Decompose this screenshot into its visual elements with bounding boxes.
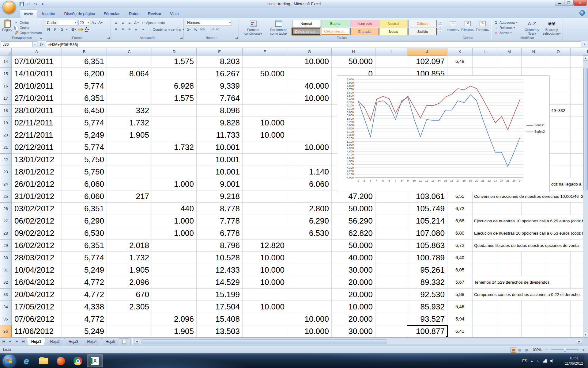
hidden-icons-chevron[interactable]: ▲: [530, 359, 533, 363]
cell-C34[interactable]: 2.305: [107, 301, 152, 313]
cell-N35[interactable]: [522, 313, 546, 325]
language-indicator[interactable]: ES: [522, 359, 527, 363]
cell-C20[interactable]: 1.905: [107, 129, 152, 141]
cell-A25[interactable]: 31/01/2012: [12, 190, 62, 203]
wrap-text-button[interactable]: ↩Ajustar texto: [140, 20, 166, 26]
cell-G17[interactable]: 10.000: [287, 92, 332, 105]
cell-A19[interactable]: 02/11/2011: [12, 117, 62, 129]
cell-F16[interactable]: [243, 80, 287, 92]
cell-J26[interactable]: 105.749: [407, 203, 447, 215]
row-header-22[interactable]: 22: [0, 154, 12, 166]
tab-splitter[interactable]: [130, 338, 133, 345]
cell-C24[interactable]: [107, 178, 152, 190]
cell-L28[interactable]: Ejecucion de nuestras 10 opciones call a…: [473, 227, 497, 240]
cell-A18[interactable]: 28/10/2011: [12, 105, 62, 117]
conditional-formatting-button[interactable]: Formato condicional▾: [241, 19, 265, 35]
cell-D26[interactable]: 440: [152, 203, 197, 215]
cell-style-normal[interactable]: Normal: [292, 20, 320, 27]
cell-G18[interactable]: [287, 105, 332, 117]
cell-A22[interactable]: 13/01/2012: [12, 154, 62, 166]
cell-A14[interactable]: 07/10/2011: [12, 56, 62, 68]
sort-filter-button[interactable]: A↕Z Ordenar y filtrar▾: [523, 19, 541, 35]
cell-H26[interactable]: 50.000: [332, 203, 375, 215]
cell-style-neutral[interactable]: Neutral: [379, 20, 408, 27]
font-dialog-launcher[interactable]: [107, 37, 110, 39]
underline-dropdown-icon[interactable]: ▾: [66, 28, 67, 31]
cell-B19[interactable]: 5,774: [62, 117, 107, 129]
cell-M14[interactable]: [497, 56, 522, 68]
cell-I31[interactable]: [375, 264, 407, 276]
cell-L14[interactable]: [473, 56, 497, 68]
cell-F14[interactable]: [243, 56, 287, 68]
cell-I14[interactable]: [375, 56, 407, 68]
cell-style-cálculo[interactable]: Cálculo: [409, 20, 437, 27]
quick-access-dropdown-icon[interactable]: ▾: [40, 1, 46, 7]
cell-D36[interactable]: 1.905: [152, 325, 197, 337]
align-left-button[interactable]: ≡: [113, 27, 119, 33]
cell-C28[interactable]: [107, 227, 152, 240]
cell-L34[interactable]: [473, 301, 497, 313]
comma-format-button[interactable]: 000: [199, 27, 205, 33]
column-header-I[interactable]: I: [375, 48, 407, 56]
paste-button[interactable]: Pegar▾: [2, 19, 12, 35]
cell-C36[interactable]: [107, 325, 152, 337]
cell-A29[interactable]: 16/02/2012: [12, 240, 62, 252]
cell-C22[interactable]: [107, 154, 152, 166]
cell-B36[interactable]: 5,249: [62, 325, 107, 337]
increase-decimal-button[interactable]: ←.0: [209, 27, 214, 33]
cell-A15[interactable]: 14/10/2011: [12, 68, 62, 80]
select-all-button[interactable]: [0, 48, 12, 56]
cell-I36[interactable]: [375, 325, 407, 337]
help-button[interactable]: ?: [579, 10, 585, 16]
row-header-25[interactable]: 25: [0, 190, 12, 203]
cell-I27[interactable]: [375, 215, 407, 227]
underline-button[interactable]: S: [59, 27, 65, 33]
cell-style-buena[interactable]: Buena: [321, 20, 349, 27]
cell-H31[interactable]: 30.000: [332, 264, 375, 276]
cell-E22[interactable]: 10.001: [197, 154, 243, 166]
cell-N14[interactable]: [522, 56, 546, 68]
cell-F28[interactable]: [243, 227, 287, 240]
cell-G20[interactable]: [287, 129, 332, 141]
cell-J30[interactable]: 100.789: [407, 252, 447, 264]
cell-O20[interactable]: [546, 129, 571, 141]
cell-C14[interactable]: [107, 56, 152, 68]
orange-app-icon-slot[interactable]: [53, 355, 69, 367]
gallery-more-button[interactable]: ▼: [438, 30, 442, 34]
cell-K29[interactable]: 6,72: [447, 240, 473, 252]
row-header-28[interactable]: 28: [0, 227, 12, 240]
cell-C17[interactable]: [107, 92, 152, 105]
format-cells-button[interactable]: ✎ Formato▾: [476, 19, 489, 35]
cell-J35[interactable]: 93.527: [407, 313, 447, 325]
cell-C30[interactable]: 1.732: [107, 252, 152, 264]
cell-H25[interactable]: 47.200: [332, 190, 375, 203]
cell-K28[interactable]: 6,80: [447, 227, 473, 240]
cell-F25[interactable]: [243, 190, 287, 203]
copy-button[interactable]: Copiar: [13, 25, 43, 30]
internet-explorer-icon-slot[interactable]: e: [18, 355, 34, 367]
cell-H32[interactable]: 20.000: [332, 276, 375, 289]
align-center-button[interactable]: ≡: [120, 27, 126, 33]
restore-button[interactable]: ❐: [564, 0, 573, 6]
row-header-18[interactable]: 18: [0, 105, 12, 117]
row-header-31[interactable]: 31: [0, 264, 12, 276]
cell-M35[interactable]: [497, 313, 522, 325]
cell-E14[interactable]: 8.203: [197, 56, 243, 68]
cell-G24[interactable]: 6.060: [287, 178, 332, 190]
insert-function-button[interactable]: fx: [40, 42, 43, 47]
insert-cells-button[interactable]: + Insertar▾: [446, 19, 460, 35]
cell-A28[interactable]: 09/02/2012: [12, 227, 62, 240]
column-header-G[interactable]: G: [287, 48, 332, 56]
cell-C23[interactable]: [107, 166, 152, 178]
horizontal-scroll-thumb[interactable]: [141, 339, 387, 343]
cell-style-entrada[interactable]: Entrada: [350, 28, 379, 35]
cell-F19[interactable]: 10.000: [243, 117, 287, 129]
cell-K25[interactable]: 6,55: [447, 190, 473, 203]
cell-B21[interactable]: 5,774: [62, 141, 107, 154]
action-center-flag-icon[interactable]: ⚐: [537, 359, 540, 363]
cell-C27[interactable]: [107, 215, 152, 227]
cell-C25[interactable]: 217: [107, 190, 152, 203]
cell-B30[interactable]: 5,774: [62, 252, 107, 264]
cell-J29[interactable]: 105.863: [407, 240, 447, 252]
cell-G21[interactable]: 10.000: [287, 141, 332, 154]
